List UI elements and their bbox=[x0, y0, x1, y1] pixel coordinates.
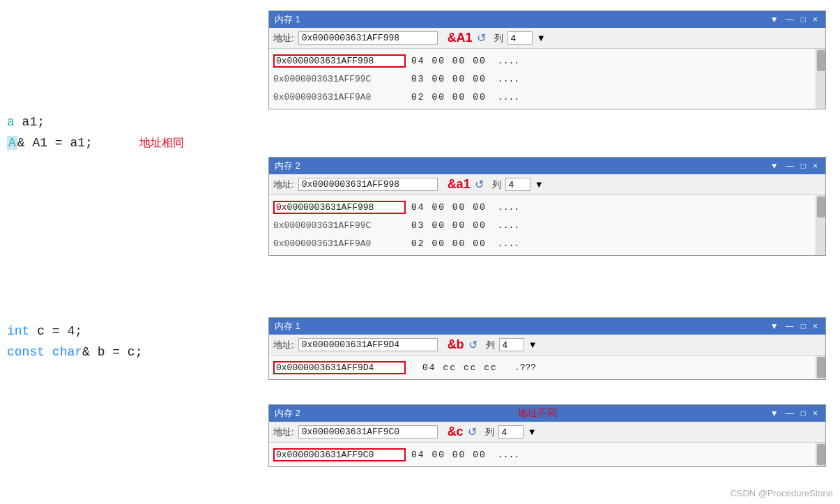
win1-annot: &A1 bbox=[448, 31, 473, 45]
win4-controls[interactable]: ▼ — □ × bbox=[768, 408, 820, 418]
win2-addr-0: 0x0000003631AFF998 bbox=[273, 201, 406, 214]
win4-col-input[interactable] bbox=[498, 425, 524, 438]
win4-dropdown-icon[interactable]: ▼ bbox=[768, 408, 781, 418]
win1-addr-input[interactable] bbox=[298, 31, 438, 45]
code-block-1: a a1; A& A1 = a1; bbox=[7, 112, 93, 153]
win4-refresh-btn[interactable]: ↺ bbox=[468, 425, 477, 438]
win1-titlebar: 内存 1 ▼ — □ × bbox=[269, 11, 825, 28]
win2-addr-1: 0x0000003631AFF99C bbox=[273, 220, 406, 231]
win4-scrollbar-thumb[interactable] bbox=[817, 444, 825, 465]
code-line-4: const char& b = c; bbox=[7, 342, 142, 362]
memory-window-2: 内存 2 ▼ — □ × 地址: &a1 ↺ 列 ▼ 0x0000003631A… bbox=[268, 157, 826, 256]
win1-minimize-icon[interactable]: — bbox=[784, 15, 796, 24]
memory-window-1: 内存 1 ▼ — □ × 地址: &A1 ↺ 列 ▼ 0x0000003631A… bbox=[268, 10, 826, 109]
win2-scrollbar[interactable] bbox=[816, 195, 825, 255]
win2-row-2: 0x0000003631AFF9A0 02 00 00 00 .... bbox=[273, 234, 813, 252]
win2-bytes-2: 02 00 00 00 bbox=[411, 238, 487, 249]
code-block-2: int c = 4; const char& b = c; bbox=[7, 321, 142, 362]
win1-controls[interactable]: ▼ — □ × bbox=[768, 15, 820, 24]
win3-refresh-btn[interactable]: ↺ bbox=[468, 338, 478, 351]
win3-close-icon[interactable]: × bbox=[811, 321, 820, 331]
win4-row-0: 0x0000003631AFF9C0 04 00 00 00 .... bbox=[273, 445, 813, 464]
win1-bytes-1: 03 00 00 00 bbox=[411, 74, 487, 84]
win2-chars-1: .... bbox=[498, 220, 519, 231]
win1-dropdown-icon[interactable]: ▼ bbox=[768, 15, 781, 24]
code-line-3: int c = 4; bbox=[7, 321, 142, 342]
win1-col-dropdown-icon[interactable]: ▼ bbox=[537, 33, 546, 43]
var-A1-rest: & A1 = a1; bbox=[17, 136, 93, 150]
win4-scrollbar[interactable] bbox=[816, 443, 825, 466]
win4-close-icon[interactable]: × bbox=[811, 408, 820, 418]
win2-content: 0x0000003631AFF998 04 00 00 00 .... 0x00… bbox=[269, 195, 825, 255]
space1 bbox=[45, 345, 52, 359]
win2-toolbar: 地址: &a1 ↺ 列 ▼ bbox=[269, 174, 825, 195]
win2-controls[interactable]: ▼ — □ × bbox=[768, 161, 820, 171]
win2-addr-input[interactable] bbox=[298, 178, 438, 191]
win2-close-icon[interactable]: × bbox=[811, 161, 820, 171]
win3-title: 内存 1 bbox=[275, 320, 300, 333]
win2-titlebar: 内存 2 ▼ — □ × bbox=[269, 158, 825, 174]
win3-addr-0: 0x0000003631AFF9D4 bbox=[273, 361, 406, 374]
win1-restore-icon[interactable]: □ bbox=[799, 15, 808, 24]
win2-chars-0: .... bbox=[498, 202, 519, 213]
win2-col-input[interactable] bbox=[505, 178, 530, 191]
win4-col-label: 列 bbox=[485, 426, 494, 438]
win3-col-input[interactable] bbox=[499, 338, 524, 351]
label-addr-same: 地址相同 bbox=[139, 136, 184, 151]
var-a1: a1; bbox=[15, 115, 45, 129]
win2-col-dropdown-icon[interactable]: ▼ bbox=[535, 179, 544, 190]
win3-restore-icon[interactable]: □ bbox=[799, 321, 808, 331]
win1-content-wrapper: 0x0000003631AFF998 04 00 00 00 .... 0x00… bbox=[269, 49, 825, 109]
win1-chars-1: .... bbox=[498, 74, 519, 84]
win2-bytes-1: 03 00 00 00 bbox=[411, 220, 487, 231]
keyword-const: const bbox=[7, 345, 45, 359]
win1-scrollbar[interactable] bbox=[816, 49, 825, 109]
win1-close-icon[interactable]: × bbox=[811, 15, 820, 24]
win4-title: 内存 2 bbox=[275, 407, 300, 420]
win4-addr-label: 地址: bbox=[273, 426, 294, 438]
win3-toolbar: 地址: &b ↺ 列 ▼ bbox=[269, 335, 825, 356]
win4-restore-icon[interactable]: □ bbox=[799, 408, 808, 418]
win4-titlebar: 内存 2 地址不同 ▼ — □ × bbox=[269, 405, 825, 422]
win2-refresh-btn[interactable]: ↺ bbox=[475, 178, 484, 191]
win2-content-wrapper: 0x0000003631AFF998 04 00 00 00 .... 0x00… bbox=[269, 195, 825, 255]
memory-window-4: 内存 2 地址不同 ▼ — □ × 地址: &c ↺ 列 ▼ 0x0000003… bbox=[268, 404, 826, 467]
win2-addr-2: 0x0000003631AFF9A0 bbox=[273, 238, 406, 249]
win3-addr-label: 地址: bbox=[273, 339, 294, 351]
win3-col-dropdown-icon[interactable]: ▼ bbox=[528, 339, 537, 350]
win2-minimize-icon[interactable]: — bbox=[784, 161, 796, 171]
memory-window-3: 内存 1 ▼ — □ × 地址: &b ↺ 列 ▼ 0x0000003631AF… bbox=[268, 317, 826, 380]
win3-dropdown-icon[interactable]: ▼ bbox=[768, 321, 781, 331]
win4-addr-input[interactable] bbox=[298, 425, 438, 438]
win1-col-input[interactable] bbox=[507, 31, 533, 45]
win2-bytes-0: 04 00 00 00 bbox=[411, 202, 487, 213]
win4-bytes-0: 04 00 00 00 bbox=[411, 450, 487, 460]
win2-scrollbar-thumb[interactable] bbox=[817, 197, 825, 217]
win3-scrollbar-thumb[interactable] bbox=[817, 357, 825, 378]
win4-minimize-icon[interactable]: — bbox=[784, 408, 796, 418]
win3-bytes-0: 04 cc cc cc bbox=[422, 362, 498, 373]
win1-scrollbar-thumb[interactable] bbox=[817, 50, 825, 71]
win1-addr-0: 0x0000003631AFF998 bbox=[273, 54, 406, 68]
keyword-char: char bbox=[52, 345, 82, 359]
win3-scrollbar[interactable] bbox=[816, 356, 825, 379]
win2-col-label: 列 bbox=[492, 178, 501, 191]
win3-minimize-icon[interactable]: — bbox=[784, 321, 796, 331]
win2-dropdown-icon[interactable]: ▼ bbox=[768, 161, 781, 171]
win1-addr-label: 地址: bbox=[273, 32, 294, 45]
win3-addr-input[interactable] bbox=[298, 338, 438, 351]
win4-col-dropdown-icon[interactable]: ▼ bbox=[528, 427, 537, 437]
win2-restore-icon[interactable]: □ bbox=[799, 161, 808, 171]
win2-title: 内存 2 bbox=[275, 160, 300, 172]
win2-row-0: 0x0000003631AFF998 04 00 00 00 .... bbox=[273, 198, 813, 216]
win3-controls[interactable]: ▼ — □ × bbox=[768, 321, 820, 331]
code-line-1: a a1; bbox=[7, 112, 93, 132]
win1-chars-0: .... bbox=[498, 56, 519, 66]
win1-title: 内存 1 bbox=[275, 13, 300, 26]
win4-toolbar: 地址: &c ↺ 列 ▼ bbox=[269, 422, 825, 443]
watermark: CSDN @ProcedureStone bbox=[730, 488, 833, 498]
var-b: & b = c; bbox=[82, 345, 142, 359]
win1-refresh-btn[interactable]: ↺ bbox=[477, 31, 486, 45]
win3-annot: &b bbox=[448, 337, 464, 352]
keyword-A-highlighted: A bbox=[7, 136, 17, 150]
